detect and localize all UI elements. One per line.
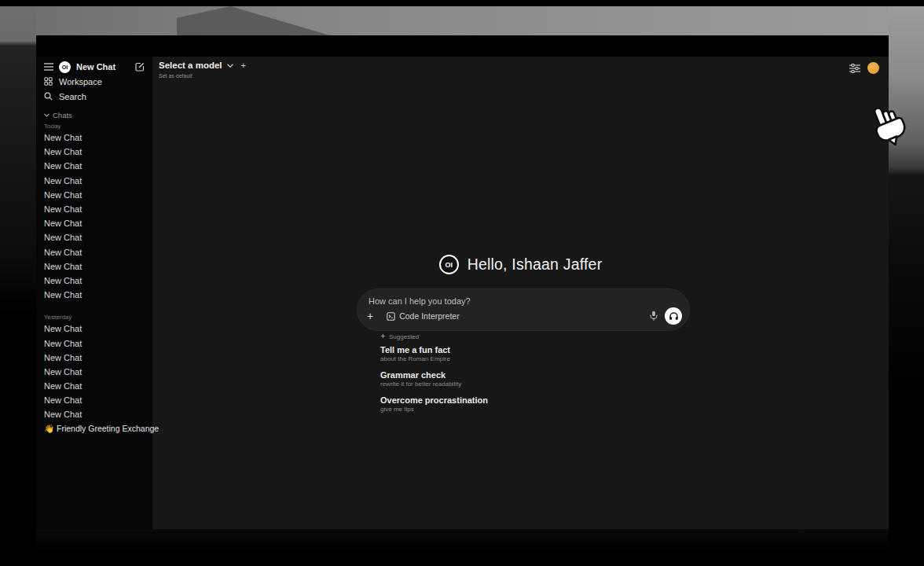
wallpaper-right-edge	[889, 6, 924, 566]
sidebar-header: OI New Chat	[44, 60, 145, 74]
add-model-button[interactable]: +	[241, 61, 246, 70]
greeting-text: Hello, Ishaan Jaffer	[468, 255, 603, 274]
set-as-default-link[interactable]: Set as default	[159, 73, 246, 79]
main-panel: Select a model + Set as default OI Hello…	[152, 57, 889, 529]
chat-list-item[interactable]: New Chat	[44, 407, 145, 421]
app-logo-icon: OI	[59, 61, 71, 73]
sidebar-toggle-icon[interactable]	[44, 63, 53, 71]
sidebar-item-workspace[interactable]: Workspace	[44, 74, 145, 89]
chat-input-placeholder[interactable]: How can I help you today?	[368, 296, 471, 306]
chat-list-item[interactable]: New Chat	[44, 245, 145, 259]
chats-section-toggle[interactable]: Chats	[44, 110, 145, 119]
suggested-prompt[interactable]: Tell me a fun fact about the Roman Empir…	[380, 345, 679, 363]
model-chevron-down-icon[interactable]	[227, 64, 233, 68]
microphone-icon[interactable]	[650, 311, 658, 322]
settings-sliders-icon[interactable]	[849, 64, 860, 73]
model-selector[interactable]: Select a model	[159, 61, 222, 70]
chat-list-item[interactable]: New Chat	[44, 336, 145, 350]
letterbox-strip	[36, 35, 889, 57]
attach-plus-button[interactable]: +	[367, 311, 373, 322]
suggested-prompt-title: Grammar check	[380, 370, 679, 380]
greeting-block: OI Hello, Ishaan Jaffer	[152, 255, 889, 274]
workspace-grid-icon	[44, 77, 53, 86]
chat-input-toolbar: + Code Interpreter	[367, 307, 682, 325]
suggested-sparkle-icon	[380, 333, 386, 340]
chat-list-item[interactable]: New Chat	[44, 216, 145, 230]
chat-list-item[interactable]: New Chat	[44, 274, 145, 288]
user-avatar[interactable]	[867, 62, 879, 74]
top-right-controls	[849, 62, 879, 74]
chat-list-item[interactable]: New Chat	[44, 379, 145, 393]
sidebar-item-search[interactable]: Search	[44, 89, 145, 104]
chat-list-item[interactable]: New Chat	[44, 288, 145, 302]
suggested-prompt[interactable]: Overcome procrastination give me tips	[380, 395, 679, 413]
open-webui-window: OI New Chat Workspace Search Chats Today	[36, 35, 889, 529]
suggested-list: Tell me a fun fact about the Roman Empir…	[380, 345, 679, 413]
top-black-bar	[0, 0, 924, 6]
suggested-prompt[interactable]: Grammar check rewrite it for better read…	[380, 370, 679, 388]
chat-list-item[interactable]: New Chat	[44, 174, 145, 188]
model-selector-block: Select a model + Set as default	[159, 61, 246, 79]
sidebar-title: New Chat	[76, 62, 130, 72]
code-interpreter-toggle[interactable]: Code Interpreter	[387, 311, 459, 321]
chat-list-item[interactable]: New Chat	[44, 130, 145, 145]
sidebar: OI New Chat Workspace Search Chats Today	[36, 57, 152, 529]
wallpaper-left-edge	[0, 6, 36, 566]
suggested-prompt-title: Tell me a fun fact	[380, 345, 679, 355]
wallpaper-gray-band	[0, 6, 924, 35]
chat-list-item[interactable]: New Chat	[44, 365, 145, 379]
suggested-label: Suggested	[389, 333, 419, 340]
suggested-prompt-subtitle: rewrite it for better readability	[380, 380, 679, 388]
code-interpreter-icon	[387, 312, 395, 321]
voice-call-button[interactable]	[665, 307, 682, 325]
chat-list-item[interactable]: New Chat	[44, 159, 145, 173]
chat-list-item[interactable]: New Chat	[44, 188, 145, 202]
chat-list-item[interactable]: New Chat	[44, 202, 145, 216]
headphones-icon	[669, 311, 679, 321]
chat-item-friendly-greeting[interactable]: 👋 Friendly Greeting Exchange	[44, 422, 145, 436]
search-label: Search	[59, 92, 86, 101]
suggested-prompts: Suggested Tell me a fun fact about the R…	[380, 333, 679, 421]
section-label-today: Today	[44, 121, 145, 130]
chat-list-item[interactable]: New Chat	[44, 393, 145, 407]
app-logo-icon-large: OI	[439, 255, 459, 274]
new-chat-compose-icon[interactable]	[135, 62, 145, 72]
suggested-prompt-title: Overcome procrastination	[380, 395, 679, 405]
chat-list-item[interactable]: New Chat	[44, 259, 145, 274]
chat-list-item[interactable]: New Chat	[44, 230, 145, 244]
search-icon	[44, 92, 53, 101]
workspace-label: Workspace	[59, 77, 102, 86]
chat-list-item[interactable]: New Chat	[44, 145, 145, 159]
code-interpreter-label: Code Interpreter	[399, 311, 459, 321]
bottom-black-area	[36, 529, 889, 566]
suggested-prompt-subtitle: give me tips	[380, 406, 679, 413]
section-label-yesterday: Yesterday	[44, 312, 145, 322]
chat-list-yesterday: New ChatNew ChatNew ChatNew ChatNew Chat…	[44, 322, 145, 421]
chat-input-card[interactable]: How can I help you today? + Code Interpr…	[358, 289, 689, 330]
chat-list-item[interactable]: New Chat	[44, 322, 145, 336]
chat-list-today: New ChatNew ChatNew ChatNew ChatNew Chat…	[44, 130, 145, 302]
suggested-header: Suggested	[380, 333, 679, 340]
chat-list-item[interactable]: New Chat	[44, 351, 145, 365]
chevron-down-icon	[44, 113, 50, 117]
chats-label: Chats	[53, 111, 72, 119]
suggested-prompt-subtitle: about the Roman Empire	[380, 355, 679, 363]
